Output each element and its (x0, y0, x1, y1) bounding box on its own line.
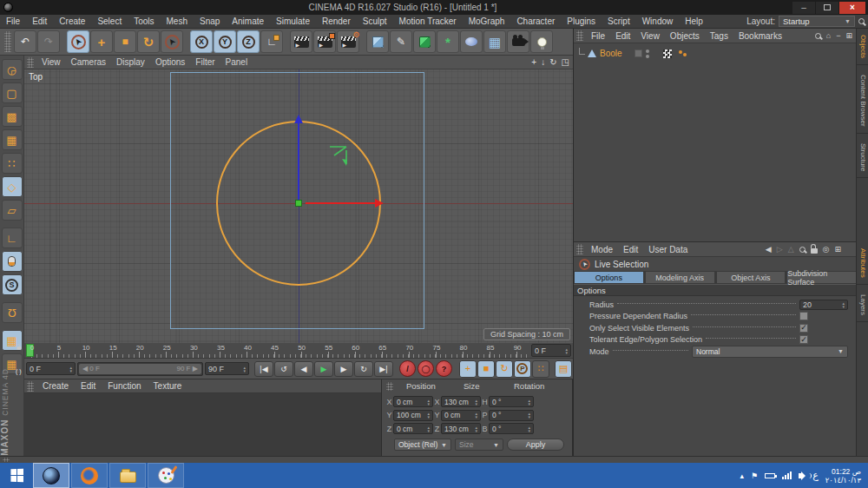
menu-main-motion-tracker[interactable]: Motion Tracker (393, 16, 463, 26)
target-icon[interactable]: ◎ (823, 245, 830, 254)
battery-icon[interactable] (765, 473, 775, 478)
back-icon[interactable]: ◀ (766, 245, 772, 254)
spinner-arrows-icon[interactable] (425, 425, 430, 432)
zoom-view-icon[interactable]: ↓ (541, 57, 545, 67)
menu-viewport-filter[interactable]: Filter (190, 57, 220, 67)
tray-clock[interactable]: 01:22 ص ٢٠١٤/١٠/١٣ (825, 467, 861, 485)
rotation-p-field[interactable]: 0 ° (489, 410, 534, 421)
size-x-field[interactable]: 130 cm (441, 396, 481, 407)
menu-viewport-display[interactable]: Display (111, 57, 150, 67)
menu-main-simulate[interactable]: Simulate (270, 16, 316, 26)
polygons-mode-button[interactable]: ▱ (2, 200, 23, 221)
expand-panel-icon[interactable]: ⊞ (845, 31, 852, 40)
model-mode-button[interactable]: ▢ (2, 82, 23, 103)
size-z-field[interactable]: 130 cm (441, 423, 481, 434)
dock-tab-content-browser[interactable]: Content Browser (857, 69, 868, 134)
search-icon[interactable] (799, 247, 806, 253)
spinner-arrows-icon[interactable] (68, 366, 72, 373)
add-spline-pen-button[interactable]: ✎ (390, 30, 412, 53)
language-indicator[interactable]: ع (812, 470, 819, 481)
object-origin-handle[interactable] (295, 200, 302, 207)
spinner-arrows-icon[interactable] (473, 399, 477, 406)
enable-axis-button[interactable]: ∟ (2, 228, 23, 248)
pan-view-icon[interactable]: + (531, 57, 536, 67)
menu-main-select[interactable]: Select (91, 16, 128, 26)
close-button[interactable]: × (839, 2, 865, 14)
rotate-tool[interactable]: ↻ (137, 30, 160, 53)
coords-drag-handle[interactable] (386, 382, 393, 391)
menu-main-edit[interactable]: Edit (26, 16, 53, 26)
lock-y-axis-toggle[interactable]: Y (214, 30, 236, 53)
menu-om-edit[interactable]: Edit (610, 31, 635, 41)
up-icon[interactable]: △ (788, 245, 794, 254)
rotation-b-field[interactable]: 0 ° (489, 423, 534, 434)
menu-mat-edit[interactable]: Edit (75, 381, 102, 391)
menu-main-snap[interactable]: Snap (194, 16, 226, 26)
material-drag-handle[interactable] (27, 381, 34, 392)
add-light-button[interactable] (530, 30, 553, 53)
goto-end-button[interactable]: ▶| (374, 361, 393, 377)
menu-om-file[interactable]: File (586, 31, 610, 41)
restore-button[interactable] (816, 2, 838, 14)
menu-om-view[interactable]: View (635, 31, 665, 41)
menu-main-mograph[interactable]: MoGraph (463, 16, 511, 26)
render-settings-button[interactable]: ⚙ (337, 30, 359, 53)
menu-main-file[interactable]: File (0, 16, 26, 26)
paint-taskbar-button[interactable] (148, 463, 184, 488)
play-reverse-button[interactable]: ↺ (274, 361, 293, 377)
workplane-mode-button[interactable]: ▦ (2, 129, 23, 150)
object-name[interactable]: Boole (600, 49, 622, 58)
only-select-visible-elements-checkbox[interactable] (799, 324, 808, 333)
end-frame-spinner[interactable]: 90 F (205, 362, 249, 375)
edges-mode-button[interactable]: ◇ (2, 176, 23, 197)
status-drag-handle[interactable] (3, 458, 10, 462)
menu-main-character[interactable]: Character (510, 16, 561, 26)
cinema4d-taskbar-button[interactable] (33, 463, 69, 488)
firefox-taskbar-button[interactable] (71, 463, 108, 488)
object-tag-icon[interactable] (679, 50, 687, 56)
goto-start-button[interactable]: |◀ (254, 361, 273, 377)
tolerant-edge-polygon-selection-checkbox[interactable] (799, 335, 808, 344)
size-mode-dropdown[interactable]: Size ▼ (455, 439, 503, 451)
dock-tab-attributes[interactable]: Attributes (857, 242, 868, 285)
menu-main-tools[interactable]: Tools (128, 16, 160, 26)
minimize-button[interactable] (792, 2, 815, 14)
coordinate-system-toggle[interactable]: ∟ (260, 30, 283, 53)
keyframe-help-button[interactable]: ? (436, 360, 452, 377)
object-axis-z-arrow[interactable] (294, 115, 303, 123)
enable-toggle-icon[interactable] (663, 49, 672, 58)
last-used-tool[interactable]: ➤ (161, 30, 183, 53)
position-y-field[interactable]: 100 cm (393, 410, 433, 421)
apply-button[interactable]: Apply (507, 439, 564, 451)
hidden-icons-button[interactable]: ▴ (740, 472, 745, 480)
rotation-h-field[interactable]: 0 ° (489, 396, 534, 407)
action-center-icon[interactable]: ⚑ (751, 472, 758, 480)
spinner-arrows-icon[interactable] (526, 425, 530, 432)
menu-main-sculpt[interactable]: Sculpt (357, 16, 393, 26)
ruler-frame-spinner[interactable]: 0 F (531, 344, 571, 357)
frame-range-track[interactable]: ◀ 0 F 90 F ▶ (79, 364, 201, 374)
key-scale-toggle[interactable]: ■ (477, 360, 495, 378)
attribute-drag-handle[interactable] (576, 244, 583, 255)
previous-frame-button[interactable]: ◀ (294, 361, 313, 377)
menu-viewport-cameras[interactable]: Cameras (66, 57, 112, 67)
tab-object-axis[interactable]: Object Axis (716, 271, 786, 284)
menu-mat-texture[interactable]: Texture (148, 381, 188, 391)
position-z-field[interactable]: 0 cm (393, 423, 433, 434)
tab-subdivision-surface[interactable]: Subdivision Surface (786, 271, 857, 284)
spinner-arrows-icon[interactable] (526, 399, 530, 406)
autokey-button[interactable]: ◯ (418, 360, 434, 377)
spinner-arrows-icon[interactable] (425, 399, 430, 406)
size-y-field[interactable]: 0 cm (441, 410, 481, 421)
dock-tab-structure[interactable]: Structure (857, 137, 868, 178)
forward-icon[interactable]: ▷ (777, 245, 783, 254)
record-objects-button[interactable]: / (399, 360, 416, 377)
current-frame-spinner[interactable]: 0 F (26, 362, 76, 375)
key-position-toggle[interactable]: + (459, 360, 477, 378)
add-camera-button[interactable] (507, 30, 529, 53)
network-signal-icon[interactable] (782, 472, 792, 479)
minimize-panel-icon[interactable]: − (836, 31, 840, 40)
magnet-snap-button[interactable]: Ω (2, 302, 23, 323)
render-view-button[interactable] (290, 30, 312, 53)
menu-main-render[interactable]: Render (316, 16, 357, 26)
